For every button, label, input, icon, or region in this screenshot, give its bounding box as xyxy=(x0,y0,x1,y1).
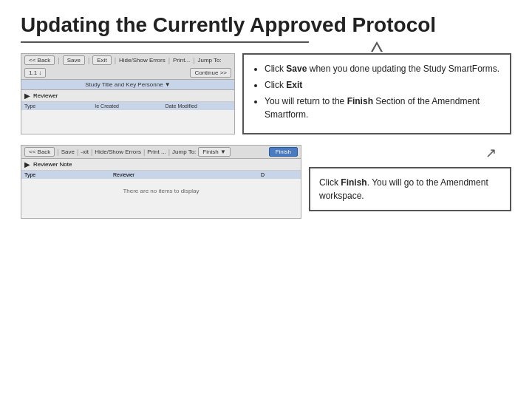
exit-button-top[interactable]: Exit xyxy=(92,55,111,65)
col-ie-created-top: Ie Created xyxy=(95,103,160,109)
callout-item-1: Click Save when you done updating the St… xyxy=(265,62,501,75)
col-reviewer-bottom: Reviewer xyxy=(113,172,261,177)
callout-item-2: Click Exit xyxy=(265,78,501,92)
jump-to-val-bottom[interactable]: Finish ▼ xyxy=(198,147,230,157)
bottom-toolbar: << Back | Save | -xit | Hide/Show Errors… xyxy=(21,146,301,159)
top-callout-list: Click Save when you done updating the St… xyxy=(253,62,501,121)
jump-to-label-top: Jump To: xyxy=(197,57,221,64)
callout-arrow-bottom: ↗ xyxy=(485,146,497,160)
print-bottom: Print ... xyxy=(147,149,166,155)
top-form-panel: << Back | Save | Exit | Hide/Show Errors… xyxy=(21,53,235,134)
jump-to-label-bottom: Jump To: xyxy=(172,149,196,155)
print-btn-top: Print... xyxy=(173,57,190,64)
reviewer-note-row: ▶ Reviewer Note xyxy=(21,159,301,171)
col-type-bottom: Type xyxy=(24,172,113,177)
callout-arrow-up-inner xyxy=(372,44,381,52)
reviewer-label-top: Reviewer xyxy=(33,92,58,99)
jump-to-value-top[interactable]: 1.1 ↓ xyxy=(24,68,46,78)
save-label-bottom: Save xyxy=(61,149,75,155)
reviewer-arrow: ▶ xyxy=(24,92,30,100)
bottom-section: << Back | Save | -xit | Hide/Show Errors… xyxy=(21,145,511,219)
col-d-bottom: D xyxy=(261,172,298,177)
bottom-form-col-headers: Type Reviewer D xyxy=(21,171,301,179)
save-button-top[interactable]: Save xyxy=(63,55,85,65)
title-underline xyxy=(21,41,309,43)
bottom-form-panel: << Back | Save | -xit | Hide/Show Errors… xyxy=(21,145,301,219)
top-form-col-headers: Type Ie Created Date Modified xyxy=(21,102,234,110)
reviewer-note-label: Reviewer Note xyxy=(33,161,72,168)
col-type-top: Type xyxy=(24,103,90,109)
top-form-subtitle: Study Title and Key Personne ▼ xyxy=(21,80,234,90)
finish-button[interactable]: Finish xyxy=(269,147,298,157)
reviewer-note-arrow: ▶ xyxy=(24,160,30,168)
no-items-text: There are no items to display xyxy=(21,182,301,200)
bottom-callout-box: ↗ Click Finish. You will go to the Amend… xyxy=(309,167,511,211)
continue-button-top[interactable]: Continue >> xyxy=(190,68,231,78)
hide-show-bottom: Hide/Show Errors xyxy=(95,149,141,155)
top-callout-box: Click Save when you done updating the St… xyxy=(242,53,511,134)
reviewer-row-top: ▶ Reviewer xyxy=(21,90,234,102)
col-date-modified-top: Date Modified xyxy=(166,103,231,109)
page-title: Updating the Currently Approved Protocol xyxy=(21,13,511,37)
back-button-bottom[interactable]: << Back xyxy=(24,147,55,157)
exit-label-bottom: -xit xyxy=(81,149,89,155)
top-section: << Back | Save | Exit | Hide/Show Errors… xyxy=(21,53,511,134)
top-toolbar: << Back | Save | Exit | Hide/Show Errors… xyxy=(21,54,234,80)
callout-item-3: You will return to the Finish Section of… xyxy=(265,95,501,121)
hide-show-errors-top: Hide/Show Errors xyxy=(119,57,166,64)
back-button-top[interactable]: << Back xyxy=(24,55,55,65)
